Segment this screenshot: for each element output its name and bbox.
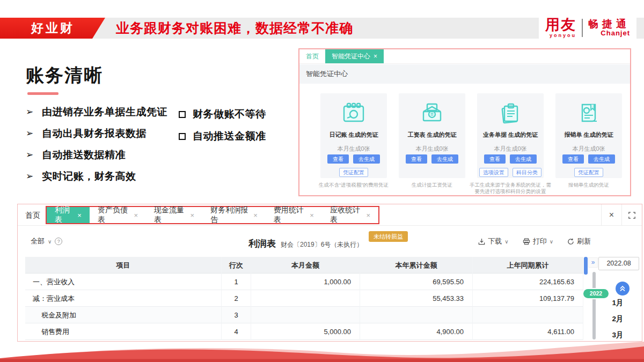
scroll-top-button[interactable]: [616, 282, 630, 295]
tab-balance-sheet[interactable]: 资产负债表 ×: [90, 207, 146, 223]
col-header-line[interactable]: 行次: [222, 257, 251, 274]
subject-category-button[interactable]: 科目分类: [513, 168, 541, 177]
card-caption: 生成计提工资凭证: [390, 182, 474, 188]
generate-button[interactable]: 去生成: [510, 154, 537, 164]
voucher-card-payroll: 工资表 生成的凭证 本月生成0张 查看 去生成: [399, 93, 465, 178]
refresh-button[interactable]: 刷新: [567, 237, 591, 246]
cell-prior-amount: 109,137.79: [473, 290, 583, 307]
generate-button[interactable]: 去生成: [431, 154, 458, 164]
filter-label: 全部: [31, 237, 45, 246]
report-table: 项目 行次 本月金额 本年累计金额 上年同期累计 一、营业收入 1 1,000.…: [25, 257, 583, 340]
logo-divider: [582, 19, 583, 37]
print-label: 打印: [533, 237, 547, 246]
expand-sidebar-button[interactable]: »: [588, 257, 598, 268]
slide: 好业财 业务跟财务对账困难，数据经常不准确 用友 yonyou 畅捷通 Chan…: [0, 0, 644, 362]
tab-cash-flow[interactable]: 现金流量表 ×: [146, 207, 202, 223]
voucher-config-button[interactable]: 凭证配置: [339, 168, 368, 177]
status-badge: 未结转损益: [369, 231, 408, 242]
col-header-prior[interactable]: 上年同期累计: [473, 257, 583, 274]
generate-button[interactable]: 去生成: [353, 154, 380, 164]
view-button[interactable]: 查看: [562, 154, 584, 164]
tab-label: 费用统计表: [274, 205, 307, 225]
list-item: ➢ 自动出具财务报表数据: [26, 127, 181, 139]
bullet-text: 自动出具财务报表数据: [42, 127, 147, 139]
voucher-config-button[interactable]: 凭证配置: [574, 168, 603, 177]
arrow-bullet-icon: ➢: [26, 149, 42, 161]
month-item-jan[interactable]: 1月: [602, 298, 634, 308]
tab-home[interactable]: 首页: [25, 204, 40, 226]
expense-receipt-icon: [575, 101, 603, 125]
table-row[interactable]: 减：营业成本 2 55,453.33 109,137.79: [25, 290, 583, 307]
tab-label: 智能凭证中心: [332, 49, 370, 64]
card-count: 本月生成0张: [320, 145, 387, 153]
close-icon[interactable]: ×: [366, 211, 370, 219]
checkbox-square-icon: [179, 111, 186, 118]
year-badge: 2022: [583, 289, 609, 298]
tab-label: 利润表: [55, 205, 74, 225]
report-toolbar: 全部 ∨ ? 利润表 财会〔2019〕6号（未执行） 未结转损益 下载 ∨: [18, 226, 642, 257]
yonyou-logo: 用友 yonyou: [545, 18, 576, 38]
month-item-feb[interactable]: 2月: [602, 314, 634, 324]
close-icon[interactable]: ×: [191, 211, 195, 219]
view-button[interactable]: 查看: [484, 154, 506, 164]
tab-profit-statement[interactable]: 利润表 ×: [47, 207, 90, 223]
bullet-text: 实时记账，财务高效: [42, 170, 136, 182]
filter-dropdown[interactable]: 全部 ∨ ?: [31, 237, 62, 246]
vertical-scrollbar-thumb[interactable]: [584, 257, 588, 275]
close-icon[interactable]: ×: [77, 211, 82, 219]
print-button[interactable]: 打印 ∨: [523, 237, 553, 246]
chevron-down-icon: ∨: [48, 239, 52, 245]
view-button[interactable]: 查看: [327, 154, 349, 164]
close-icon[interactable]: ×: [134, 211, 138, 219]
generate-button[interactable]: 去生成: [588, 154, 615, 164]
option-settings-button[interactable]: 选项设置: [479, 168, 508, 177]
fullscreen-button[interactable]: [621, 204, 642, 226]
table-row[interactable]: 一、营业收入 1 1,000.00 69,595.50 224,165.63: [25, 274, 583, 290]
cell-prior-amount: [473, 307, 583, 323]
voucher-card-business-doc: 业务单据 生成的凭证 本月生成0张 查看 去生成 选项设置 科目分类: [477, 93, 544, 178]
report-title: 利润表: [248, 238, 276, 250]
close-icon[interactable]: ×: [253, 211, 258, 219]
tab-voucher-center[interactable]: 智能凭证中心 ×: [325, 49, 384, 63]
tab-home[interactable]: 首页: [299, 49, 325, 63]
report-tabbar: 首页 利润表 × 资产负债表 × 现金流量表 × 财务利润报告 ×: [18, 204, 642, 226]
table-row[interactable]: 税金及附加 3: [25, 307, 583, 323]
cell-month-amount: 1,000.00: [251, 274, 360, 290]
cell-line: 2: [222, 290, 251, 307]
list-item: 财务做账不等待: [179, 107, 286, 121]
tab-label: 财务利润报告: [210, 205, 250, 225]
col-header-month[interactable]: 本月金额: [251, 257, 360, 274]
tab-finance-profit-report[interactable]: 财务利润报告 ×: [202, 207, 266, 223]
vertical-scrollbar-track[interactable]: [592, 272, 596, 339]
tab-expense-stats[interactable]: 费用统计表 ×: [266, 207, 322, 223]
yonyou-en-label: yonyou: [550, 33, 576, 38]
close-panel-button[interactable]: ×: [601, 204, 621, 226]
tab-receivable-stats[interactable]: 应收统计表 ×: [322, 207, 378, 223]
tabs-highlight-box: 利润表 × 资产负债表 × 现金流量表 × 财务利润报告 × 费用统计表 ×: [46, 206, 379, 224]
refresh-icon: [567, 238, 574, 245]
period-selector[interactable]: 2022.08: [598, 257, 639, 270]
tab-label: 资产负债表: [98, 205, 131, 225]
cell-line: 1: [222, 274, 251, 290]
bullet-list: ➢ 由进销存业务单据生成凭证 ➢ 自动出具财务报表数据 ➢ 自动推送数据精准 ➢…: [26, 106, 181, 191]
card-count: 本月生成0张: [399, 145, 465, 153]
cell-ytd-amount: [360, 307, 473, 323]
arrow-bullet-icon: ➢: [26, 106, 42, 118]
journal-icon: [340, 101, 368, 125]
view-button[interactable]: 查看: [406, 154, 427, 164]
check-text: 财务做账不等待: [193, 107, 266, 121]
close-icon[interactable]: ×: [374, 49, 377, 64]
download-button[interactable]: 下载 ∨: [478, 237, 508, 246]
voucher-title: 智能凭证中心: [306, 69, 348, 79]
chanjet-logo: 畅捷通 Chanjet: [588, 19, 630, 37]
col-header-ytd[interactable]: 本年累计金额: [360, 257, 473, 274]
check-text: 自动推送金额准: [193, 129, 266, 143]
chevron-down-icon: ∨: [550, 239, 553, 245]
bullet-text: 自动推送数据精准: [42, 149, 126, 161]
close-icon[interactable]: ×: [310, 211, 314, 219]
help-icon[interactable]: ?: [55, 238, 62, 245]
col-header-item[interactable]: 项目: [25, 257, 222, 274]
download-label: 下载: [488, 237, 502, 246]
table-header-row: 项目 行次 本月金额 本年累计金额 上年同期累计: [25, 257, 583, 274]
cell-line: 3: [222, 307, 251, 323]
